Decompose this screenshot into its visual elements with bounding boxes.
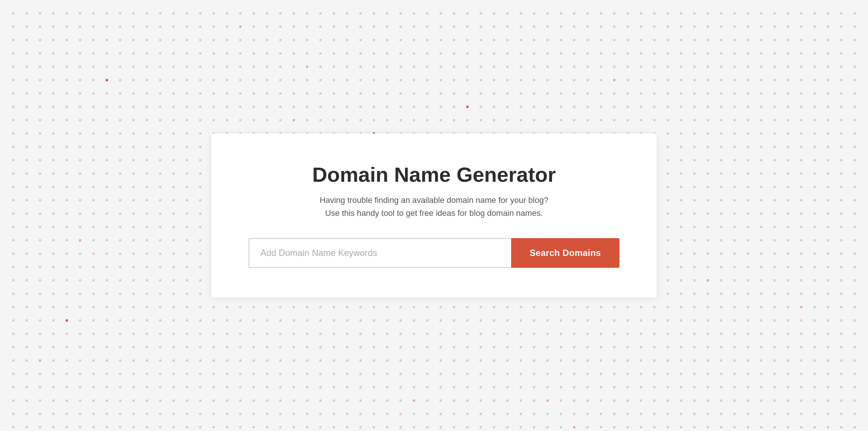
- search-input[interactable]: [249, 238, 511, 268]
- search-button[interactable]: Search Domains: [511, 238, 619, 268]
- subtitle-line1: Having trouble finding an available doma…: [320, 195, 548, 205]
- card-subtitle: Having trouble finding an available doma…: [249, 194, 619, 220]
- subtitle-line2: Use this handy tool to get free ideas fo…: [325, 208, 543, 218]
- main-card: Domain Name Generator Having trouble fin…: [211, 134, 657, 297]
- search-row: Search Domains: [249, 238, 619, 268]
- page-title: Domain Name Generator: [249, 163, 619, 186]
